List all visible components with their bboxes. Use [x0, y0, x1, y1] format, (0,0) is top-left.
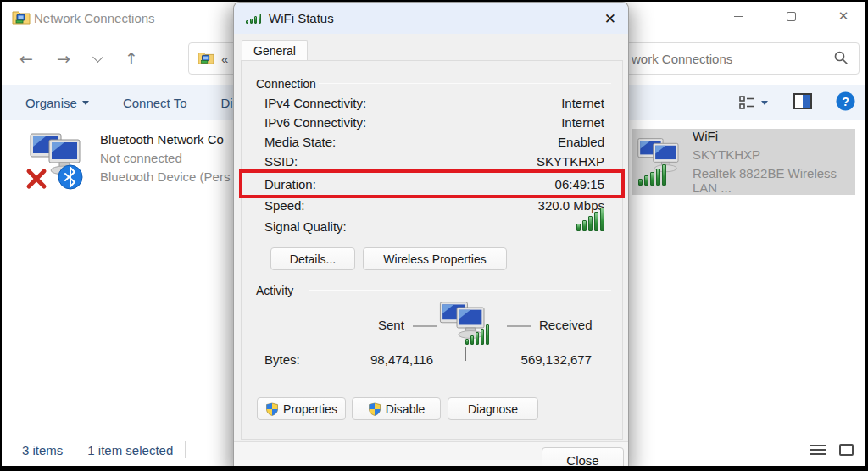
signal-bars-icon	[638, 164, 666, 186]
diagnose-button[interactable]: Diagnose	[448, 397, 538, 420]
svg-text:?: ?	[842, 95, 849, 108]
diagnose-label: Diagnose	[468, 402, 518, 416]
wifi-adapter-name: Realtek 8822BE Wireless LAN ...	[693, 166, 855, 195]
divider	[319, 83, 611, 84]
preview-pane-button[interactable]	[793, 93, 812, 112]
back-button[interactable]: ←	[14, 46, 39, 71]
connect-to-label: Connect To	[123, 96, 187, 110]
bytes-received-value: 569,132,677	[514, 352, 592, 367]
row-value: Internet	[561, 115, 604, 130]
uac-shield-icon	[265, 402, 279, 416]
search-text: work Connections	[632, 52, 732, 66]
properties-button[interactable]: Properties	[257, 397, 346, 420]
row-label: IPv4 Connectivity:	[264, 96, 366, 110]
tab-strip: General	[234, 34, 628, 62]
row-label: Signal Quality:	[264, 219, 347, 234]
row-ipv6: IPv6 Connectivity: Internet	[264, 115, 604, 132]
maximize-icon	[787, 12, 796, 21]
details-button[interactable]: Details...	[270, 247, 355, 270]
search-icon[interactable]	[833, 50, 849, 68]
caret-down-icon	[82, 101, 89, 105]
bluetooth-title: Bluetooth Network Co	[100, 132, 230, 147]
frame-edge	[0, 0, 868, 2]
minimize-button[interactable]	[719, 2, 758, 30]
bluetooth-icon	[58, 164, 83, 190]
row-label: IPv6 Connectivity:	[264, 115, 366, 130]
row-value: Internet	[561, 96, 604, 110]
dialog-title: WiFi Status	[269, 11, 334, 25]
chevron-down-icon	[92, 52, 103, 63]
help-button[interactable]: ?	[836, 91, 855, 114]
activity-group-label: Activity	[256, 284, 293, 297]
close-window-button[interactable]: ✕	[824, 2, 863, 30]
thumbnail-view-button[interactable]	[839, 444, 854, 456]
recent-locations-button[interactable]	[85, 46, 110, 71]
row-ipv4: IPv4 Connectivity: Internet	[264, 96, 604, 113]
bluetooth-adapter-icon	[24, 127, 90, 193]
properties-label: Properties	[283, 402, 337, 416]
connection-group-label: Connection	[256, 77, 316, 91]
organise-label: Organise	[25, 96, 77, 110]
row-value: Enabled	[558, 135, 604, 149]
row-value: SKYTKHXP	[537, 154, 604, 169]
row-media-state: Media State: Enabled	[264, 135, 604, 152]
bluetooth-device: Bluetooth Device (Pers	[100, 169, 230, 184]
divider	[185, 441, 186, 458]
frame-edge	[0, 466, 868, 471]
network-folder-icon	[12, 8, 31, 29]
wifi-ssid: SKYTKHXP	[693, 147, 855, 162]
bluetooth-status: Not connected	[100, 151, 230, 165]
dialog-close-button[interactable]: ✕	[604, 10, 616, 27]
wireless-properties-button[interactable]: Wireless Properties	[363, 247, 507, 270]
forward-button[interactable]: →	[51, 46, 76, 71]
wifi-adapter-icon	[637, 136, 686, 188]
row-label: Speed:	[264, 198, 305, 213]
row-ssid: SSID: SKYTKHXP	[264, 154, 604, 171]
uac-shield-icon	[368, 402, 381, 416]
disable-label: Disable	[386, 402, 426, 416]
connect-to-button[interactable]: Connect To	[123, 96, 187, 110]
help-icon: ?	[836, 91, 855, 111]
maximize-button[interactable]	[771, 2, 810, 30]
address-folder-icon	[198, 50, 214, 68]
details-label: Details...	[290, 252, 336, 266]
wifi-title: WiFi	[693, 129, 855, 143]
divider	[309, 290, 611, 291]
list-view-button[interactable]	[810, 445, 826, 455]
red-x-icon	[25, 168, 47, 190]
bytes-sent-value: 98,474,116	[344, 352, 433, 367]
row-speed: Speed: 320.0 Mbps	[264, 198, 604, 215]
close-icon: ✕	[838, 10, 849, 23]
up-button[interactable]: ↑	[119, 46, 144, 71]
wifi-signal-icon	[246, 14, 261, 24]
minimize-icon	[734, 16, 743, 17]
row-label: Media State:	[264, 135, 336, 149]
organise-menu[interactable]: Organise	[25, 96, 89, 110]
tab-general[interactable]: General	[242, 40, 308, 63]
items-count: 3 items	[22, 443, 63, 457]
list-item-wifi[interactable]: WiFi SKYTKHXP Realtek 8822BE Wireless LA…	[632, 129, 855, 195]
row-value: 06:49:15	[555, 177, 604, 191]
bytes-label: Bytes:	[264, 352, 300, 367]
close-label: Close	[566, 453, 598, 468]
disable-button[interactable]: Disable	[352, 397, 441, 420]
view-options-button[interactable]	[739, 96, 768, 109]
row-signal-quality: Signal Quality:	[264, 219, 604, 236]
caret-down-icon	[761, 101, 768, 105]
divider	[413, 325, 437, 327]
received-label: Received	[539, 318, 593, 332]
dialog-titlebar: WiFi Status ✕	[234, 3, 628, 34]
frame-edge	[0, 0, 2, 471]
preview-pane-icon	[793, 93, 812, 109]
divider	[75, 441, 75, 458]
search-input[interactable]: work Connections	[620, 42, 860, 75]
details-view-icon	[739, 96, 755, 109]
signal-quality-bars-icon	[576, 208, 604, 234]
sent-label: Sent	[378, 318, 404, 332]
activity-computer-icon	[438, 301, 492, 350]
wifi-status-dialog: WiFi Status ✕ General Connection IPv4 Co…	[233, 2, 629, 471]
row-label: SSID:	[264, 154, 298, 169]
row-duration: Duration: 06:49:15	[264, 177, 604, 194]
breadcrumb-chevrons[interactable]: «	[221, 52, 228, 66]
signal-bars-icon	[465, 324, 489, 345]
